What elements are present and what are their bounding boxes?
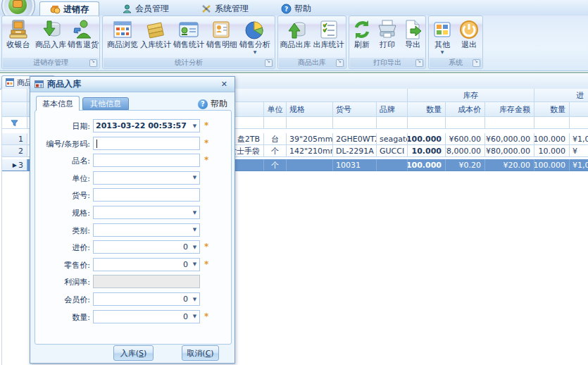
grid-filter-cell[interactable] <box>446 117 485 129</box>
cell-qty[interactable]: 100.000 <box>408 133 446 145</box>
ribbon-button-goods-stock-in[interactable]: 商品入库 <box>35 17 67 49</box>
cell-unit[interactable]: 个 <box>264 159 287 171</box>
ribbon-button-stock-out-stats[interactable]: 出库统计 <box>312 17 345 49</box>
cell-cost[interactable]: ¥8,000.00 <box>446 145 485 157</box>
grid-filter-cell[interactable] <box>570 117 588 129</box>
grid-filter-cell[interactable] <box>534 117 570 129</box>
group-dialog-launcher-icon[interactable] <box>89 59 97 67</box>
grid-column-header-3[interactable]: 规格 <box>287 102 333 117</box>
field-input-spec[interactable]: ▼ <box>93 206 200 219</box>
ribbon-button-goods-stock-out[interactable]: 商品出库 <box>279 17 312 49</box>
chevron-down-icon[interactable]: ▼ <box>190 210 199 216</box>
code-barcode-input[interactable] <box>94 138 199 149</box>
field-input-unit[interactable]: ▼ <box>93 171 200 185</box>
cell-price2[interactable]: ¥1,0 <box>570 159 588 171</box>
filter-funnel-icon[interactable] <box>2 117 27 129</box>
dialog-close-icon[interactable]: ✕ <box>218 80 230 89</box>
chevron-down-icon[interactable]: ▼ <box>190 297 199 302</box>
cell-brand[interactable] <box>377 159 408 171</box>
cancel-button[interactable]: 取消(C) <box>182 345 219 361</box>
dialog-tab-other-info[interactable]: 其他信息 <box>82 97 129 110</box>
cell-unit[interactable]: 台 <box>264 133 287 145</box>
ribbon-button-print[interactable]: 打印 <box>375 17 400 49</box>
chevron-down-icon[interactable]: ▼ <box>190 175 199 180</box>
row-indicator[interactable]: ▶3 <box>2 159 27 171</box>
grid-filter-cell[interactable] <box>264 117 287 129</box>
cell-price2[interactable]: ¥1,0 <box>570 133 588 145</box>
quantity-input[interactable] <box>94 311 190 322</box>
field-input-purchase-price[interactable]: ▼ <box>93 240 200 254</box>
product-name-input[interactable] <box>94 155 199 166</box>
cell-spec[interactable]: 142"210mm <box>287 145 333 157</box>
grid-column-header-2[interactable]: 单位 <box>264 102 287 117</box>
dialog-help-link[interactable]: ? 帮助 <box>198 98 227 110</box>
grid-column-header-10[interactable] <box>570 102 588 117</box>
grid-filter-cell[interactable] <box>485 117 534 129</box>
group-dialog-launcher-icon[interactable] <box>473 59 480 67</box>
cell-sku[interactable]: 10031 <box>333 159 377 171</box>
profit-rate-input[interactable] <box>94 276 199 287</box>
unit-input[interactable] <box>94 173 190 183</box>
field-input-date[interactable]: ▼ <box>93 119 200 132</box>
ribbon-tab-help[interactable]: ?帮助 <box>271 1 321 16</box>
field-input-sku[interactable] <box>93 188 200 202</box>
member-price-input[interactable] <box>94 294 190 304</box>
cell-price2[interactable]: ¥ <box>570 145 588 157</box>
cell-amount[interactable]: ¥20.00 <box>485 159 534 171</box>
chevron-down-icon[interactable]: ▼ <box>190 227 199 233</box>
ribbon-button-other[interactable]: 其他▼ <box>429 17 456 54</box>
ribbon-button-sales-return[interactable]: 销售退货 <box>67 17 99 49</box>
cell-qty[interactable]: 100.000 <box>408 159 446 171</box>
ribbon-button-goods-browse[interactable]: 商品浏览 <box>106 17 139 49</box>
grid-column-header-5[interactable]: 品牌 <box>377 102 408 117</box>
cell-qty[interactable]: 10.000 <box>408 145 446 157</box>
dialog-titlebar[interactable]: 商品入库 ✕ <box>30 77 234 92</box>
field-input-quantity[interactable]: ▼ <box>93 310 200 323</box>
grid-column-header-4[interactable]: 货号 <box>333 102 377 117</box>
cell-spec[interactable] <box>287 159 333 171</box>
ribbon-button-export[interactable]: 导出 <box>400 17 425 49</box>
dialog-tab-basic-info[interactable]: 基本信息 <box>36 96 80 111</box>
chevron-down-icon[interactable]: ▼ <box>190 314 199 319</box>
field-input-profit-rate[interactable] <box>93 275 200 288</box>
field-input-member-price[interactable]: ▼ <box>93 292 200 306</box>
date-input[interactable] <box>94 120 190 131</box>
stock-in-button[interactable]: 入库(S) <box>113 345 154 361</box>
cell-unit[interactable]: 个 <box>264 145 287 157</box>
cell-qty2[interactable]: 10.000 <box>534 145 570 157</box>
grid-column-header-9[interactable]: 数量 <box>534 102 570 117</box>
grid-column-header-7[interactable]: 成本价 <box>446 102 485 117</box>
field-input-retail-price[interactable]: ▼ <box>93 258 200 271</box>
grid-group-stock[interactable]: 库存 <box>408 89 534 102</box>
cell-spec[interactable]: 39"205mm <box>287 133 333 145</box>
chevron-down-icon[interactable]: ▼ <box>190 245 199 250</box>
sku-input[interactable] <box>94 190 199 200</box>
cell-cost[interactable]: ¥600.00 <box>446 133 485 145</box>
cell-sku[interactable]: 2GHE0WTZ <box>333 133 377 145</box>
ribbon-button-stock-in-stats[interactable]: 入库统计 <box>139 17 173 49</box>
field-input-product-name[interactable] <box>93 154 200 167</box>
grid-group-purchase[interactable]: 进 <box>534 89 588 102</box>
chevron-down-icon[interactable]: ▼ <box>190 123 199 129</box>
ribbon-tab-member-management[interactable]: 会员管理 <box>112 1 179 16</box>
ribbon-tab-purchase-sale-inventory[interactable]: 进销存 <box>39 1 99 16</box>
cell-qty2[interactable]: 100.000 <box>534 159 570 171</box>
spec-input[interactable] <box>94 207 190 218</box>
purchase-price-input[interactable] <box>94 242 190 252</box>
row-indicator[interactable]: 1 <box>2 133 27 145</box>
cell-sku[interactable]: DL-2291A <box>333 145 377 157</box>
grid-column-header-6[interactable]: 数量 <box>408 102 446 117</box>
retail-price-input[interactable] <box>94 259 190 270</box>
cell-brand[interactable]: seagate <box>377 133 408 145</box>
ribbon-button-cashier[interactable]: 收银台 <box>2 17 35 49</box>
field-input-code-barcode[interactable] <box>93 137 200 150</box>
group-dialog-launcher-icon[interactable] <box>336 59 344 67</box>
ribbon-tab-system-management[interactable]: 系统管理 <box>192 1 258 16</box>
ribbon-button-sales-detail[interactable]: 销售明细 <box>206 17 239 49</box>
grid-filter-cell[interactable] <box>333 117 377 129</box>
group-dialog-launcher-icon[interactable] <box>415 59 423 67</box>
cell-brand[interactable]: GUCCI <box>377 145 408 157</box>
grid-filter-cell[interactable] <box>408 117 446 129</box>
grid-filter-cell[interactable] <box>287 117 333 129</box>
cell-qty2[interactable]: 100.000 <box>534 133 570 145</box>
